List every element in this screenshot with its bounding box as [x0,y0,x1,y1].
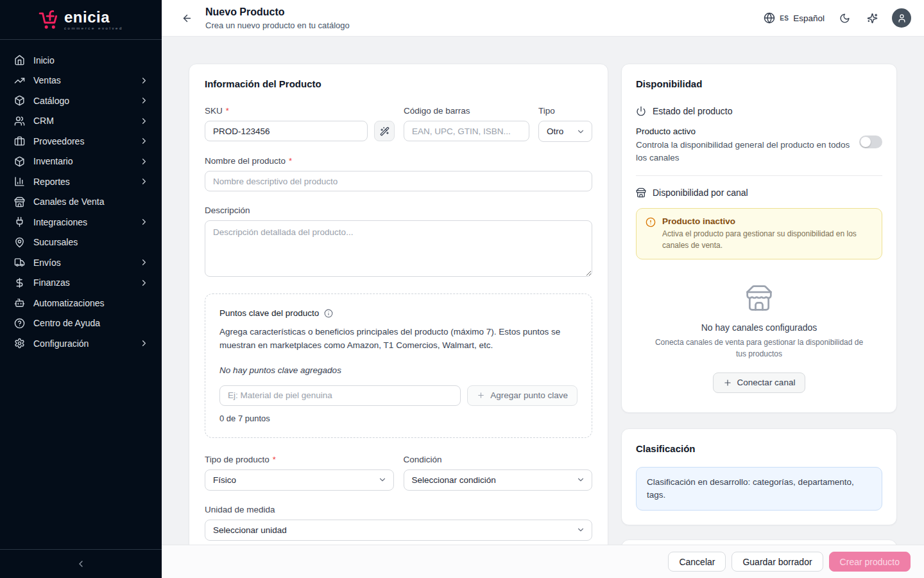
sidebar-item-crm[interactable]: CRM [0,111,162,132]
info-icon[interactable] [324,309,333,318]
connect-channel-button[interactable]: Conectar canal [713,372,806,393]
generate-sku-button[interactable] [374,121,395,141]
cancel-button[interactable]: Cancelar [668,552,726,572]
sidebar-item-catalogo[interactable]: Catálogo [0,91,162,111]
sidebar-item-inicio[interactable]: Inicio [0,50,162,71]
key-points-counter: 0 de 7 puntos [219,414,578,423]
warning-title: Producto inactivo [662,216,873,226]
condition-select[interactable]: Seleccionar condición [404,469,593,491]
truck-icon [14,257,25,268]
magic-wand-icon [380,127,389,136]
add-key-point-label: Agregar punto clave [490,390,568,400]
store-icon [14,197,25,207]
plug-icon [14,216,25,227]
app-window: enicia commerce evolved InicioVentasCatá… [0,0,924,578]
product-info-card: Información del Producto SKU Código de b… [189,64,608,578]
empty-channels-title: No hay canales configurados [636,322,882,333]
active-description: Controla la disponibilidad general del p… [636,139,851,164]
alert-circle-icon [646,217,656,227]
connect-channel-label: Conectar canal [737,378,796,387]
active-label: Producto activo [636,127,851,136]
language-selector[interactable]: ES Español [764,12,825,24]
divider [636,175,882,176]
arrow-left-icon [182,13,193,24]
action-bar: Cancelar Guardar borrador Crear producto [162,545,924,578]
sidebar-item-label: Centro de Ayuda [33,318,149,328]
sku-input[interactable] [205,121,368,141]
chevron-down-icon [576,525,585,534]
product-type-select[interactable]: Físico [205,469,394,491]
back-button[interactable] [178,10,195,26]
sidebar-item-envios[interactable]: Envíos [0,252,162,273]
store-icon [636,188,646,198]
section-title-classification: Clasificación [636,443,882,454]
add-key-point-button[interactable]: Agregar punto clave [467,385,578,406]
dollar-icon [14,277,25,288]
sparkles-icon [867,13,878,24]
top-bar: Nuevo Producto Crea un nuevo producto en… [162,0,924,37]
settings-icon [14,338,25,349]
chevron-down-icon [576,127,585,136]
brand-name: enicia [64,10,123,25]
users-icon [14,116,25,127]
sidebar-item-inventario[interactable]: Inventario [0,152,162,172]
dark-mode-button[interactable] [837,10,852,26]
briefcase-icon [14,136,25,146]
key-point-input[interactable] [219,385,461,406]
sku-label: SKU [205,106,395,116]
map-pin-icon [14,237,25,248]
bot-icon [14,297,25,308]
sidebar-item-proveedores[interactable]: Proveedores [0,131,162,152]
create-product-button[interactable]: Crear producto [829,552,911,572]
plus-icon [723,378,732,387]
sidebar-item-integraciones[interactable]: Integraciones [0,212,162,232]
sidebar-item-label: Catálogo [33,96,131,106]
user-avatar[interactable] [892,8,911,28]
classification-info: Clasificación en desarrollo: categorías,… [636,467,882,511]
sidebar-item-configuracion[interactable]: Configuración [0,333,162,354]
brand-tagline: commerce evolved [64,26,123,30]
chevron-down-icon [576,475,585,484]
sidebar-item-label: Reportes [33,177,131,187]
sidebar-item-label: Canales de Venta [33,197,149,207]
language-label: Español [793,13,825,23]
sidebar-item-label: Automatizaciones [33,298,149,308]
sidebar-item-canales-de-venta[interactable]: Canales de Venta [0,192,162,213]
channel-header: Disponibilidad por canal [653,188,748,198]
unit-value: Seleccionar unidad [213,525,287,535]
chevron-right-icon [139,76,149,85]
sidebar-item-centro-de-ayuda[interactable]: Centro de Ayuda [0,313,162,334]
chevron-left-icon [76,559,86,569]
product-active-toggle[interactable] [859,136,882,148]
channels-empty-state: No hay canales configurados Conecta cana… [636,259,882,398]
key-points-description: Agrega características o beneficios prin… [219,326,578,353]
save-draft-button[interactable]: Guardar borrador [732,552,823,572]
barcode-type-label: Tipo [538,106,592,116]
description-textarea[interactable] [205,220,592,277]
sidebar-item-label: Inventario [33,156,131,166]
logo[interactable]: enicia commerce evolved [0,0,162,40]
barcode-label: Código de barras [404,106,529,116]
empty-channels-description: Conecta canales de venta para gestionar … [650,337,868,360]
sidebar-item-reportes[interactable]: Reportes [0,171,162,192]
sidebar-item-sucursales[interactable]: Sucursales [0,232,162,253]
barcode-type-select[interactable]: Otro [538,121,592,142]
page-title: Nuevo Producto [205,6,350,18]
page-subtitle: Crea un nuevo producto en tu catálogo [205,21,350,30]
unit-select[interactable]: Seleccionar unidad [205,520,592,541]
sidebar: enicia commerce evolved InicioVentasCatá… [0,0,162,578]
condition-label: Condición [404,455,593,464]
chevron-right-icon [139,177,149,186]
sidebar-item-finanzas[interactable]: Finanzas [0,273,162,293]
status-header: Estado del producto [653,106,733,116]
sidebar-item-label: Sucursales [33,237,149,247]
sidebar-collapse-button[interactable] [0,549,162,578]
chevron-right-icon [139,136,149,146]
product-name-input[interactable] [205,171,592,191]
package-icon [14,95,25,106]
ai-assistant-button[interactable] [864,10,880,26]
barcode-input[interactable] [404,121,529,141]
sidebar-item-automatizaciones[interactable]: Automatizaciones [0,293,162,313]
section-title-product-info: Información del Producto [205,78,592,89]
sidebar-item-ventas[interactable]: Ventas [0,71,162,91]
